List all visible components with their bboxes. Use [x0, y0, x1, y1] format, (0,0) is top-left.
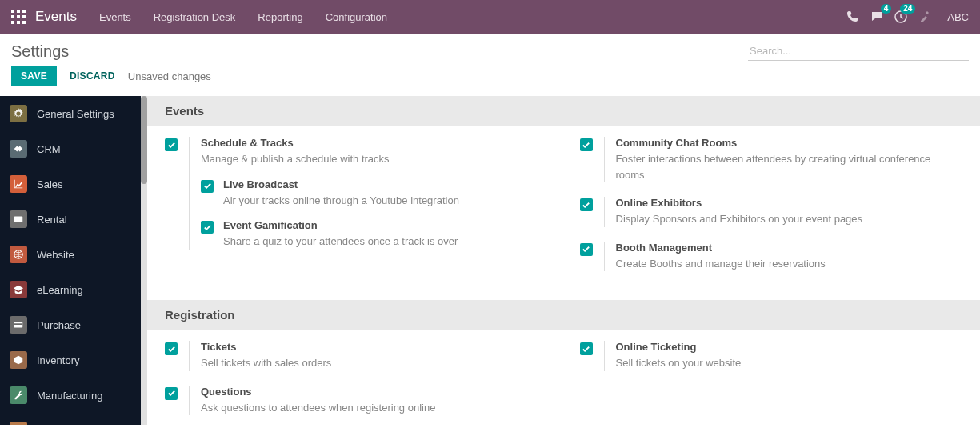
messages-icon[interactable]: 4: [870, 10, 883, 23]
apps-icon[interactable]: [11, 10, 26, 24]
graduation-icon: [10, 281, 27, 298]
topbar: Events Events Registration Desk Reportin…: [0, 0, 980, 34]
nav-reporting[interactable]: Reporting: [258, 11, 302, 23]
sidebar-item-rental[interactable]: Rental: [0, 202, 141, 237]
setting-desc: Foster interactions between attendees by…: [616, 151, 963, 182]
sidebar-item-label: Accounting: [37, 425, 88, 426]
sidebar-item-label: eLearning: [37, 284, 83, 296]
setting-title: Tickets: [201, 341, 548, 353]
discard-button[interactable]: DISCARD: [70, 70, 115, 82]
card-icon: [10, 316, 27, 334]
messages-badge: 4: [881, 4, 892, 14]
checkbox-tickets[interactable]: [165, 342, 178, 355]
tools-icon[interactable]: [918, 10, 931, 23]
checkbox-online-ticketing[interactable]: [580, 342, 593, 355]
svg-rect-5: [22, 15, 26, 18]
phone-icon[interactable]: [846, 10, 859, 23]
setting-online-ticketing: Online Ticketing Sell tickets on your we…: [580, 341, 963, 371]
nav-menu: Events Registration Desk Reporting Confi…: [99, 11, 387, 23]
events-grid: Schedule & Tracks Manage & publish a sch…: [147, 126, 980, 300]
setting-live-broadcast: Live Broadcast Air your tracks online th…: [201, 178, 548, 209]
setting-title: Questions: [201, 386, 548, 398]
sidebar-item-website[interactable]: Website: [0, 237, 141, 272]
sidebar-item-crm[interactable]: CRM: [0, 131, 141, 166]
sidebar-item-elearning[interactable]: eLearning: [0, 272, 141, 307]
sidebar-item-inventory[interactable]: Inventory: [0, 342, 141, 378]
svg-rect-7: [17, 21, 20, 24]
action-bar: SAVE DISCARD Unsaved changes: [0, 66, 980, 96]
registration-right-col: Online Ticketing Sell tickets on your we…: [580, 341, 963, 425]
topbar-right: 4 24 ABC: [846, 10, 969, 23]
setting-desc: Air your tracks online through a Youtube…: [223, 193, 548, 209]
scrollbar-thumb[interactable]: [141, 96, 147, 184]
main: General Settings CRM Sales Rental Websit…: [0, 96, 980, 425]
checkbox-live-broadcast[interactable]: [201, 180, 214, 193]
setting-online-exhibitors: Online Exhibitors Display Sponsors and E…: [580, 197, 963, 227]
wrench-icon: [10, 386, 27, 404]
activities-badge: 24: [900, 4, 915, 14]
setting-title: Schedule & Tracks: [201, 137, 548, 149]
nav-configuration[interactable]: Configuration: [326, 11, 387, 23]
setting-community-chat: Community Chat Rooms Foster interactions…: [580, 137, 963, 182]
page-title: Settings: [11, 42, 69, 61]
sidebar-item-manufacturing[interactable]: Manufacturing: [0, 378, 141, 413]
sidebar-item-purchase[interactable]: Purchase: [0, 307, 141, 342]
nav-events[interactable]: Events: [99, 11, 131, 23]
globe-icon: [10, 246, 27, 263]
gear-icon: [10, 105, 27, 122]
sidebar-item-label: General Settings: [37, 108, 114, 120]
setting-booth-management: Booth Management Create Booths and manag…: [580, 242, 963, 272]
checkbox-schedule-tracks[interactable]: [165, 138, 178, 151]
setting-title: Community Chat Rooms: [616, 137, 963, 149]
setting-title: Live Broadcast: [223, 178, 548, 190]
user-menu[interactable]: ABC: [947, 11, 969, 23]
handshake-icon: [10, 140, 27, 158]
setting-desc: Ask questions to attendees when register…: [201, 400, 548, 416]
sidebar-item-general-settings[interactable]: General Settings: [0, 96, 141, 131]
svg-rect-4: [17, 15, 20, 18]
setting-desc: Share a quiz to your attendees once a tr…: [223, 234, 548, 250]
sidebar-item-label: Manufacturing: [37, 390, 102, 402]
search-input[interactable]: [748, 42, 969, 60]
sidebar-item-label: Rental: [37, 214, 67, 226]
checkbox-online-exhibitors[interactable]: [580, 198, 593, 211]
activities-icon[interactable]: 24: [894, 10, 907, 23]
checkbox-booth-management[interactable]: [580, 243, 593, 256]
setting-desc: Display Sponsors and Exhibitors on your …: [616, 211, 963, 227]
chart-icon: [10, 175, 27, 193]
content: Events Schedule & Tracks Manage & publis…: [147, 96, 980, 425]
registration-grid: Tickets Sell tickets with sales orders Q…: [147, 330, 980, 425]
setting-desc: Manage & publish a schedule with tracks: [201, 151, 548, 167]
checkbox-questions[interactable]: [165, 387, 178, 400]
sidebar-item-sales[interactable]: Sales: [0, 166, 141, 202]
search-wrap: [748, 42, 969, 61]
nav-registration-desk[interactable]: Registration Desk: [154, 11, 236, 23]
sidebar: General Settings CRM Sales Rental Websit…: [0, 96, 141, 425]
box-icon: [10, 351, 27, 369]
setting-event-gamification: Event Gamification Share a quiz to your …: [201, 219, 548, 250]
sidebar-scrollbar[interactable]: [141, 96, 147, 425]
svg-rect-1: [17, 10, 20, 13]
svg-rect-13: [14, 323, 23, 325]
sidebar-item-label: Inventory: [37, 354, 79, 366]
unsaved-indicator: Unsaved changes: [128, 70, 211, 82]
setting-questions: Questions Ask questions to attendees whe…: [165, 386, 548, 416]
checkbox-community-chat[interactable]: [580, 138, 593, 151]
app-title[interactable]: Events: [35, 9, 77, 25]
svg-rect-10: [14, 217, 23, 222]
setting-desc: Sell tickets with sales orders: [201, 355, 548, 371]
setting-title: Online Exhibitors: [616, 197, 963, 209]
save-button[interactable]: SAVE: [11, 66, 57, 86]
page-header: Settings: [0, 34, 980, 66]
sidebar-item-label: Website: [37, 249, 74, 261]
svg-rect-8: [22, 21, 26, 24]
svg-rect-2: [22, 10, 26, 13]
svg-rect-0: [11, 10, 14, 13]
sidebar-item-accounting[interactable]: Accounting: [0, 413, 141, 425]
setting-tickets: Tickets Sell tickets with sales orders: [165, 341, 548, 371]
events-left-col: Schedule & Tracks Manage & publish a sch…: [165, 137, 548, 286]
setting-title: Booth Management: [616, 242, 963, 254]
section-header-registration: Registration: [147, 300, 980, 330]
checkbox-event-gamification[interactable]: [201, 221, 214, 234]
setting-title: Event Gamification: [223, 219, 548, 231]
